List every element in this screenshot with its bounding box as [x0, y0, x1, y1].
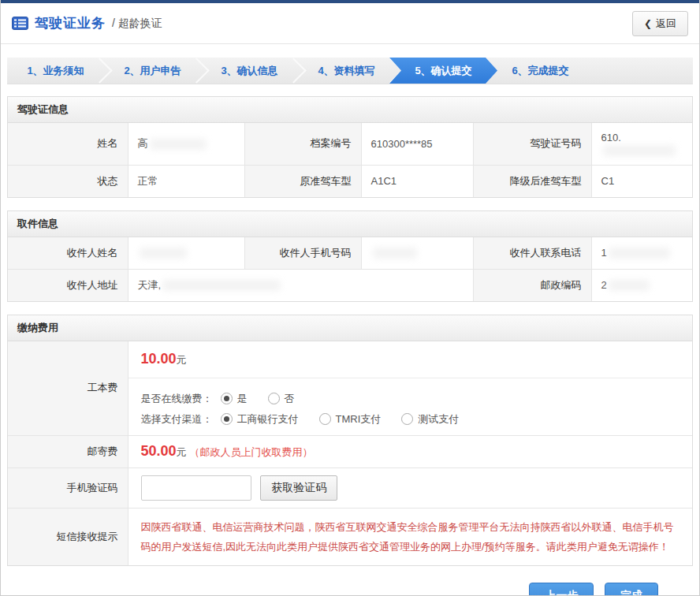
- page-subtitle: / 超龄换证: [112, 17, 162, 31]
- online-payment-option-no[interactable]: 否: [268, 392, 295, 406]
- captcha-label: 手机验证码: [8, 467, 128, 508]
- field-label-status: 状态: [8, 165, 128, 197]
- table-row: 收件人姓名 收件人手机号码 收件人联系电话 1: [8, 237, 692, 270]
- redaction-smudge: [603, 145, 676, 156]
- table-row: 姓名 高 档案编号 610300****85 驾驶证号码 610.: [8, 123, 692, 165]
- mailing-fee-unit: 元: [177, 446, 187, 458]
- field-label-recipient-address: 收件人地址: [8, 269, 128, 301]
- redaction-smudge: [162, 280, 281, 291]
- pickup-info-table: 收件人姓名 收件人手机号码 收件人联系电话 1 收件人地址 天津, 邮政编码 2: [8, 237, 692, 301]
- breadcrumb: 驾驶证业务 / 超龄换证: [12, 14, 162, 32]
- field-label-postcode: 邮政编码: [473, 269, 591, 301]
- field-value-recipient-address: 天津,: [128, 269, 473, 301]
- redaction-smudge: [140, 248, 187, 259]
- fee-production-content: 10.00元 是否在线缴费： 是 否: [128, 341, 692, 436]
- redaction-smudge: [609, 280, 650, 291]
- field-value-status: 正常: [128, 165, 244, 197]
- payment-options: 是否在线缴费： 是 否 选择支付渠道：: [128, 378, 693, 435]
- sms-notice-row: 短信接收提示 因陕西省联通、电信运营商技术问题，陕西省互联网交通安全综合服务管理…: [8, 508, 692, 565]
- radio-unchecked-icon[interactable]: [401, 413, 413, 425]
- field-value-name: 高: [128, 123, 244, 165]
- sms-notice-label: 短信接收提示: [8, 508, 128, 565]
- step-3-confirm-info[interactable]: 3、确认信息: [201, 58, 298, 84]
- section-license-info: 驾驶证信息 姓名 高 档案编号 610300****85 驾驶证号码 610. …: [7, 96, 693, 198]
- field-label-license-number: 驾驶证号码: [473, 123, 591, 165]
- captcha-row: 手机验证码 获取验证码: [8, 467, 692, 508]
- redaction-smudge: [373, 248, 417, 259]
- back-chevron-icon: ❮: [644, 18, 652, 29]
- online-payment-row: 是否在线缴费： 是 否: [141, 392, 680, 406]
- redaction-smudge: [609, 248, 670, 259]
- section-license-title: 驾驶证信息: [8, 97, 692, 123]
- field-value-recipient-phone: 1: [591, 237, 692, 270]
- page-container: 驾驶证业务 / 超龄换证 ❮ 返回 1、业务须知 2、用户申告 3、确认信息 4…: [0, 0, 700, 596]
- previous-step-button[interactable]: 上一步: [529, 583, 594, 596]
- radio-checked-icon[interactable]: [221, 413, 233, 425]
- field-label-recipient-name: 收件人姓名: [8, 237, 128, 270]
- field-value-recipient-name: [128, 237, 244, 270]
- section-pickup-info: 取件信息 收件人姓名 收件人手机号码 收件人联系电话 1 收件人地址 天津, 邮…: [7, 210, 693, 302]
- captcha-content: 获取验证码: [128, 467, 692, 508]
- fees-table: 工本费 10.00元 是否在线缴费： 是: [8, 341, 692, 565]
- field-value-postcode: 2: [591, 269, 692, 301]
- field-value-license-number: 610.: [591, 123, 692, 165]
- back-button-label: 返回: [656, 17, 676, 31]
- radio-unchecked-icon[interactable]: [319, 413, 331, 425]
- step-1-business-notice[interactable]: 1、业务须知: [7, 58, 104, 84]
- section-fees-title: 缴纳费用: [8, 315, 692, 341]
- list-icon: [12, 17, 28, 30]
- online-payment-label: 是否在线缴费：: [141, 392, 213, 406]
- step-wizard: 1、业务须知 2、用户申告 3、确认信息 4、资料填写 5、确认提交 6、完成提…: [7, 58, 693, 84]
- fee-row-mailing: 邮寄费 50.00元（邮政人员上门收取费用）: [8, 435, 692, 467]
- field-label-name: 姓名: [8, 123, 128, 165]
- production-fee-number: 10.00: [141, 351, 177, 367]
- field-label-recipient-mobile: 收件人手机号码: [244, 237, 361, 270]
- form-actions: 上一步 完成: [7, 583, 658, 596]
- field-value-file-number: 610300****85: [361, 123, 473, 165]
- table-row: 收件人地址 天津, 邮政编码 2: [8, 269, 692, 301]
- step-4-fill-data[interactable]: 4、资料填写: [298, 58, 395, 84]
- step-2-user-declaration[interactable]: 2、用户申告: [104, 58, 201, 84]
- field-value-recipient-mobile: [361, 237, 473, 270]
- license-info-table: 姓名 高 档案编号 610300****85 驾驶证号码 610. 状态 正常 …: [8, 123, 692, 197]
- field-label-original-class: 原准驾车型: [244, 165, 361, 197]
- online-payment-option-yes[interactable]: 是: [221, 392, 248, 406]
- production-fee-amount: 10.00元: [128, 341, 693, 378]
- section-fees: 缴纳费用 工本费 10.00元 是否在线缴费： 是: [7, 315, 693, 566]
- field-label-file-number: 档案编号: [244, 123, 361, 165]
- finish-button[interactable]: 完成: [605, 583, 658, 596]
- header: 驾驶证业务 / 超龄换证 ❮ 返回: [1, 3, 699, 44]
- fee-label-production: 工本费: [8, 341, 128, 436]
- fee-mailing-content: 50.00元（邮政人员上门收取费用）: [128, 435, 692, 467]
- captcha-input[interactable]: [141, 475, 251, 501]
- redaction-smudge: [150, 139, 207, 150]
- radio-unchecked-icon[interactable]: [268, 393, 280, 404]
- step-5-confirm-submit-active[interactable]: 5、确认提交: [389, 58, 497, 84]
- radio-checked-icon[interactable]: [221, 393, 233, 404]
- step-6-finish-submit[interactable]: 6、完成提交: [492, 58, 589, 84]
- field-value-downgraded-class: C1: [591, 165, 692, 197]
- payment-channel-label: 选择支付渠道：: [141, 412, 213, 427]
- mailing-fee-note: （邮政人员上门收取费用）: [190, 446, 313, 458]
- get-captcha-button[interactable]: 获取验证码: [260, 475, 337, 501]
- field-value-original-class: A1C1: [361, 165, 473, 197]
- fee-label-mailing: 邮寄费: [8, 435, 128, 467]
- page-title: 驾驶证业务: [35, 14, 106, 32]
- payment-channel-row: 选择支付渠道： 工商银行支付 TMRI支付 测试支付: [141, 412, 680, 427]
- field-label-downgraded-class: 降级后准驾车型: [473, 165, 591, 197]
- channel-option-test[interactable]: 测试支付: [401, 412, 459, 427]
- field-label-recipient-phone: 收件人联系电话: [473, 237, 591, 270]
- production-fee-unit: 元: [177, 354, 187, 366]
- section-pickup-title: 取件信息: [8, 211, 692, 237]
- channel-option-icbc[interactable]: 工商银行支付: [221, 412, 299, 427]
- channel-option-tmri[interactable]: TMRI支付: [319, 412, 382, 427]
- sms-warning-message: 因陕西省联通、电信运营商技术问题，陕西省互联网交通安全综合服务管理平台无法向持陕…: [141, 517, 680, 557]
- mailing-fee-number: 50.00: [141, 443, 177, 459]
- table-row: 状态 正常 原准驾车型 A1C1 降级后准驾车型 C1: [8, 165, 692, 197]
- back-button[interactable]: ❮ 返回: [632, 11, 688, 36]
- fee-row-production: 工本费 10.00元 是否在线缴费： 是: [8, 341, 692, 436]
- sms-notice-content: 因陕西省联通、电信运营商技术问题，陕西省互联网交通安全综合服务管理平台无法向持陕…: [128, 508, 692, 565]
